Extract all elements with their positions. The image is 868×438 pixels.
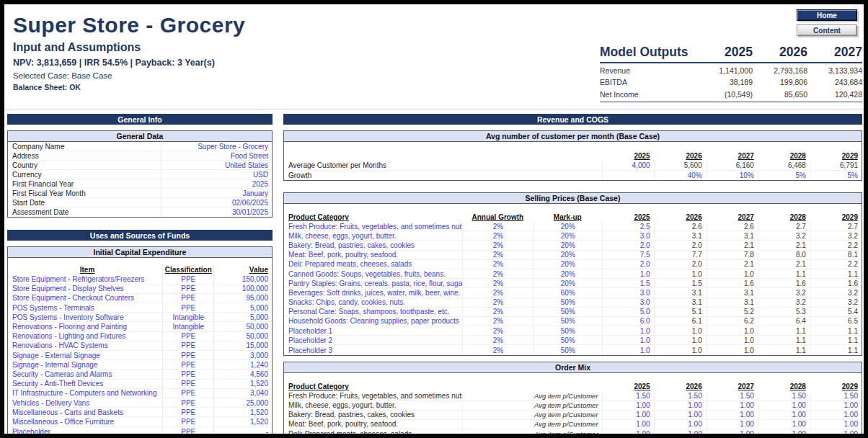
capex-item-cell[interactable]: Renovations - Lighting and Fixtures (8, 332, 162, 340)
order-mix-input-cell[interactable]: 1.00 (654, 429, 706, 438)
product-category-cell[interactable]: Placeholder 2 (284, 336, 462, 344)
annual-growth-cell[interactable]: 2% (462, 269, 533, 278)
markup-cell[interactable]: 50% (533, 326, 602, 335)
order-mix-input-cell[interactable]: 1.00 (706, 411, 758, 419)
annual-growth-cell[interactable]: 2% (462, 241, 533, 249)
capex-classification-cell[interactable]: PPE (162, 360, 213, 369)
capex-item-cell[interactable]: Security - Anti-Theft Devices (8, 380, 162, 388)
growth-input-cell[interactable]: 40% (654, 171, 706, 180)
order-mix-input-cell[interactable]: 1.00 (706, 420, 758, 429)
product-category-cell[interactable]: Personal Care: Soaps, shampoos, toothpas… (284, 308, 462, 316)
capex-item-cell[interactable]: Renovations - HVAC Systems (8, 341, 162, 349)
content-button[interactable]: Content (797, 24, 857, 36)
capex-item-cell[interactable]: Miscellaneous - Office Furniture (8, 418, 162, 426)
field-value-cell[interactable]: USD (161, 170, 272, 179)
capex-classification-cell[interactable]: PPE (162, 285, 213, 293)
price-input-cell[interactable]: 3.0 (602, 298, 654, 307)
capex-item-cell[interactable]: IT Infrastructure - Computers and Networ… (8, 389, 162, 397)
capex-item-cell[interactable]: Signage - Internal Signage (8, 361, 162, 369)
markup-cell[interactable]: 50% (533, 308, 602, 316)
field-value-cell[interactable]: 02/06/2025 (161, 198, 272, 207)
capex-classification-cell[interactable]: Intangible (162, 313, 213, 321)
product-category-cell[interactable]: Pantry Staples: Grains, cereals, pasta, … (284, 280, 462, 287)
price-input-cell[interactable]: 1.0 (602, 345, 654, 354)
customer-input-cell[interactable]: 4,000 (602, 161, 654, 170)
product-category-cell[interactable]: Canned Goods: Soups, vegetables, fruits,… (284, 270, 462, 278)
order-mix-input-cell[interactable]: 1.00 (758, 411, 810, 419)
product-category-cell[interactable]: Household Goods: Cleaning supplies, pape… (284, 317, 462, 325)
product-category-cell[interactable]: Snacks: Chips, candy, cookies, nuts. (284, 298, 462, 306)
product-category-cell[interactable]: Milk, cheese, eggs, yogurt, butter. (284, 232, 462, 240)
price-input-cell[interactable]: 2.0 (602, 260, 654, 269)
markup-cell[interactable]: 20% (533, 241, 602, 249)
markup-cell[interactable]: 50% (533, 298, 602, 307)
annual-growth-cell[interactable]: 2% (462, 326, 533, 335)
capex-value-cell[interactable]: 50,000 (213, 332, 272, 341)
annual-growth-cell[interactable]: 2% (462, 298, 533, 307)
order-mix-input-cell[interactable]: 1.00 (810, 401, 862, 409)
annual-growth-cell[interactable]: 2% (462, 336, 533, 344)
field-value-cell[interactable]: 30/01/2025 (161, 207, 272, 217)
capex-item-cell[interactable]: Placeholder (8, 428, 162, 436)
markup-cell[interactable]: 20% (533, 222, 602, 231)
annual-growth-cell[interactable]: 2% (462, 222, 533, 231)
capex-classification-cell[interactable]: PPE (162, 332, 213, 341)
order-mix-input-cell[interactable]: 1.00 (706, 429, 758, 438)
capex-value-cell[interactable]: 1,520 (213, 408, 272, 416)
annual-growth-cell[interactable]: 2% (462, 279, 533, 287)
capex-classification-cell[interactable]: PPE (162, 303, 213, 312)
capex-value-cell[interactable]: 5,000 (213, 313, 272, 321)
product-category-cell[interactable]: Deli: Prepared meats, cheeses, salads (284, 260, 462, 268)
markup-cell[interactable]: 60% (533, 288, 602, 297)
price-input-cell[interactable]: 2.5 (602, 222, 654, 231)
field-value-cell[interactable]: 2025 (161, 179, 272, 188)
field-value-cell[interactable]: Super Store - Grocery (161, 142, 272, 151)
capex-classification-cell[interactable]: Intangible (162, 322, 213, 331)
capex-value-cell[interactable]: 1,520 (213, 417, 272, 426)
capex-item-cell[interactable]: POS Systems - Terminals (8, 304, 162, 312)
order-mix-input-cell[interactable]: 1.00 (602, 420, 654, 429)
capex-classification-cell[interactable]: PPE (162, 351, 213, 359)
field-value-cell[interactable]: Food Street (161, 151, 272, 160)
price-input-cell[interactable]: 1.0 (602, 326, 654, 335)
capex-item-cell[interactable]: Renovations - Flooring and Painting (8, 323, 162, 331)
capex-value-cell[interactable]: 15,000 (213, 341, 272, 350)
growth-input-cell[interactable]: 5% (810, 171, 862, 180)
annual-growth-cell[interactable]: 2% (462, 317, 533, 326)
order-mix-input-cell[interactable]: 1.00 (758, 401, 810, 409)
order-mix-input-cell[interactable]: 1.50 (654, 391, 706, 400)
capex-item-cell[interactable]: Store Equipment - Refrigerators/Freezers (8, 275, 162, 283)
field-value-cell[interactable]: United States (161, 161, 272, 169)
order-mix-input-cell[interactable]: 1.00 (654, 401, 706, 409)
annual-growth-cell[interactable]: 2% (462, 231, 533, 240)
product-category-cell[interactable]: Bakery: Bread, pastries, cakes, cookies (284, 241, 462, 249)
capex-item-cell[interactable]: Store Equipment - Checkout Counters (8, 294, 162, 302)
price-input-cell[interactable]: 5.0 (602, 308, 654, 316)
home-button[interactable]: Home (797, 9, 857, 21)
order-mix-input-cell[interactable]: 1.00 (758, 429, 810, 438)
capex-classification-cell[interactable]: PPE (162, 398, 213, 407)
order-mix-input-cell[interactable]: 1.50 (758, 391, 810, 400)
capex-value-cell[interactable]: - (213, 427, 272, 437)
annual-growth-cell[interactable]: 2% (462, 308, 533, 316)
capex-value-cell[interactable]: 3,040 (213, 389, 272, 398)
product-category-cell[interactable]: Placeholder 3 (284, 347, 462, 354)
growth-input-cell[interactable]: 10% (706, 171, 758, 180)
annual-growth-cell[interactable]: 2% (462, 345, 533, 354)
annual-growth-cell[interactable]: 2% (462, 260, 533, 269)
product-category-cell[interactable]: Meat: Beef, pork, poultry, seafood. (284, 251, 462, 259)
order-mix-input-cell[interactable]: 1.00 (654, 420, 706, 429)
capex-value-cell[interactable]: 100,000 (213, 285, 272, 293)
capex-classification-cell[interactable]: PPE (162, 389, 213, 398)
markup-cell[interactable]: 20% (533, 260, 602, 269)
product-category-cell[interactable]: Placeholder 1 (284, 327, 462, 335)
order-mix-input-cell[interactable]: 1.00 (810, 420, 862, 429)
capex-value-cell[interactable]: 1,240 (213, 360, 272, 369)
capex-classification-cell[interactable]: PPE (162, 408, 213, 416)
capex-item-cell[interactable]: Vehicles - Delivery Vans (8, 399, 162, 407)
product-category-cell[interactable]: Fresh Produce: Fruits, vegetables, and s… (284, 223, 462, 231)
capex-classification-cell[interactable]: PPE (162, 294, 213, 303)
order-mix-input-cell[interactable]: 1.50 (602, 391, 654, 400)
capex-value-cell[interactable]: 50,000 (213, 322, 272, 331)
capex-item-cell[interactable]: POS Systems - Inventory Software (8, 313, 162, 321)
